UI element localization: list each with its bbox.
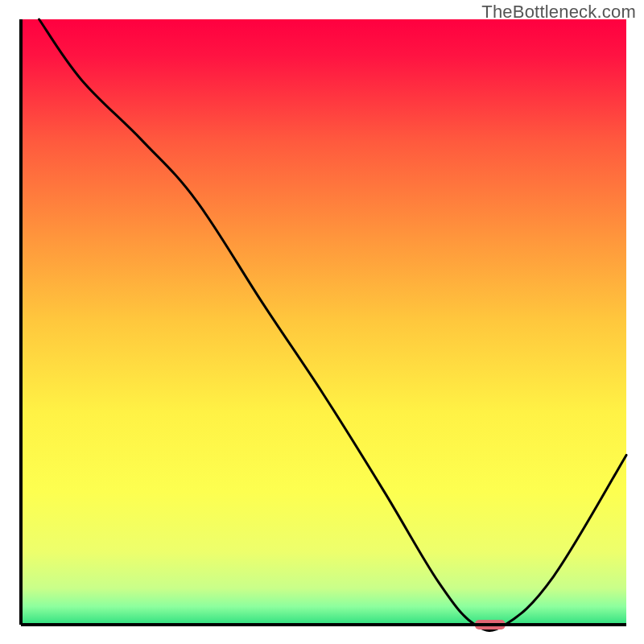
- chart-container: TheBottleneck.com: [0, 0, 644, 644]
- bottleneck-chart: [0, 0, 644, 644]
